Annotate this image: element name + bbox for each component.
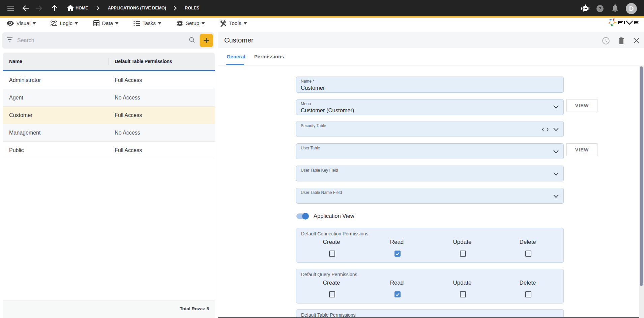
svg-text:?: ? (598, 6, 602, 11)
